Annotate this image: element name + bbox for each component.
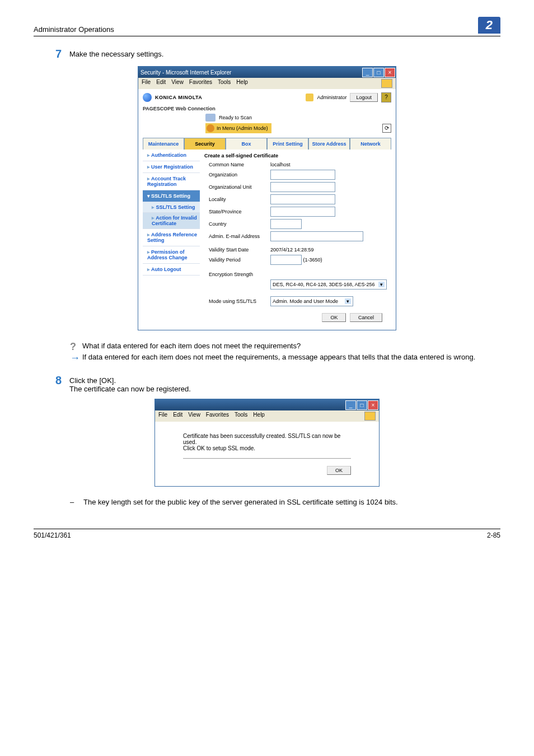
refresh-icon[interactable]: ⟳ bbox=[382, 124, 391, 133]
step-8-text: Click the [OK]. bbox=[69, 376, 500, 385]
confirm-message-1: Certificate has been successfully create… bbox=[183, 433, 351, 445]
minimize-button[interactable]: _ bbox=[362, 68, 373, 77]
menu-view[interactable]: View bbox=[171, 79, 184, 88]
confirm-message-2: Click OK to setup SSL mode. bbox=[183, 445, 351, 451]
menu-help[interactable]: Help bbox=[253, 412, 265, 421]
input-email[interactable] bbox=[270, 231, 363, 241]
window-title: Security - Microsoft Internet Explorer bbox=[140, 69, 231, 76]
screenshot-confirm-window: _ □ × File Edit View Favorites Tools Hel… bbox=[154, 399, 380, 487]
label-validity-period: Validity Period bbox=[204, 257, 270, 263]
label-organization: Organization bbox=[204, 172, 270, 178]
sidebar-item-user-registration[interactable]: ▸User Registration bbox=[143, 161, 200, 173]
menu-tools[interactable]: Tools bbox=[218, 79, 231, 88]
note-text: The key length set for the public key of… bbox=[83, 498, 398, 506]
cancel-button[interactable]: Cancel bbox=[350, 313, 382, 322]
menu-tools[interactable]: Tools bbox=[235, 412, 247, 421]
ready-status: Ready to Scan bbox=[219, 115, 252, 120]
mode-warning-icon bbox=[207, 124, 214, 132]
input-organization[interactable] bbox=[270, 170, 335, 180]
km-logo-icon bbox=[143, 93, 152, 102]
breadcrumb: Administrator Operations bbox=[34, 25, 114, 34]
section-number-badge: 2 bbox=[478, 17, 500, 34]
mode-text: In Menu (Admin Mode) bbox=[217, 125, 268, 131]
select-mode-ssl[interactable]: Admin. Mode and User Mode▾ bbox=[270, 296, 353, 306]
menu-file[interactable]: File bbox=[158, 412, 167, 421]
select-encryption-strength[interactable]: DES, RC4-40, RC4-128, 3DES-168, AES-256▾ bbox=[270, 279, 387, 290]
step-8-subtext: The certificate can now be registered. bbox=[69, 385, 500, 393]
sidebar-item-ssl-tls-setting[interactable]: ▾SSL/TLS Setting bbox=[143, 190, 200, 202]
maximize-button[interactable]: □ bbox=[373, 68, 384, 77]
input-locality[interactable] bbox=[270, 194, 335, 204]
sidebar-item-auto-logout[interactable]: ▸Auto Logout bbox=[143, 264, 200, 276]
label-validity-start: Validity Start Date bbox=[204, 247, 270, 253]
tab-network[interactable]: Network bbox=[350, 138, 391, 150]
minimize-button[interactable]: _ bbox=[345, 400, 356, 410]
administrator-label: Administrator bbox=[317, 95, 346, 100]
tab-box[interactable]: Box bbox=[226, 138, 267, 150]
menu-favorites[interactable]: Favorites bbox=[189, 79, 212, 88]
printer-icon bbox=[205, 114, 216, 122]
ie-flag-icon bbox=[381, 79, 392, 88]
sidebar-item-address-reference-setting[interactable]: ▸Address Reference Setting bbox=[143, 229, 200, 246]
tab-maintenance[interactable]: Maintenance bbox=[143, 138, 184, 150]
chevron-down-icon: ▾ bbox=[345, 298, 351, 304]
label-common-name: Common Name bbox=[204, 162, 270, 167]
chevron-down-icon: ▾ bbox=[378, 282, 385, 287]
footer-left: 501/421/361 bbox=[34, 531, 71, 539]
close-button[interactable]: × bbox=[368, 400, 378, 410]
label-organizational-unit: Organizational Unit bbox=[204, 184, 270, 190]
input-organizational-unit[interactable] bbox=[270, 182, 335, 192]
label-email: Admin. E-mail Address bbox=[204, 234, 270, 239]
tab-security[interactable]: Security bbox=[184, 138, 226, 150]
km-brand-text: KONICA MINOLTA bbox=[155, 95, 202, 100]
help-button[interactable]: ? bbox=[381, 92, 391, 102]
tab-print-setting[interactable]: Print Setting bbox=[267, 138, 308, 150]
question-icon: ? bbox=[70, 342, 82, 352]
sidebar-sub-action-invalid-cert[interactable]: ▸ Action for Invalid Certificate bbox=[143, 213, 200, 229]
answer-arrow-icon: → bbox=[70, 353, 82, 363]
sidebar-item-account-track-registration[interactable]: ▸Account Track Registration bbox=[143, 173, 200, 190]
menu-file[interactable]: File bbox=[142, 79, 151, 88]
product-name: PAGESCOPE Web Connection bbox=[138, 106, 396, 111]
label-encryption-strength: Encryption Strength bbox=[204, 272, 270, 277]
ie-flag-icon bbox=[364, 412, 376, 421]
label-state-province: State/Province bbox=[204, 209, 270, 214]
menu-favorites[interactable]: Favorites bbox=[206, 412, 229, 421]
ok-button[interactable]: OK bbox=[322, 313, 346, 322]
menu-edit[interactable]: Edit bbox=[156, 79, 166, 88]
form-section-title: Create a self-signed Certificate bbox=[204, 153, 387, 158]
label-country: Country bbox=[204, 221, 270, 227]
question-text: What if data entered for each item does … bbox=[82, 342, 500, 350]
input-validity-period[interactable] bbox=[270, 255, 302, 265]
step-7-number: 7 bbox=[34, 48, 69, 60]
label-locality: Locality bbox=[204, 197, 270, 202]
value-validity-start: 2007/4/12 14:28:59 bbox=[270, 247, 387, 253]
menu-edit[interactable]: Edit bbox=[173, 412, 182, 421]
close-button[interactable]: × bbox=[385, 68, 395, 77]
sidebar-item-permission-address-change[interactable]: ▸Permission of Address Change bbox=[143, 246, 200, 264]
maximize-button[interactable]: □ bbox=[357, 400, 367, 410]
logout-button[interactable]: Logout bbox=[350, 93, 378, 102]
step-8-number: 8 bbox=[34, 374, 69, 393]
note-dash: – bbox=[70, 498, 83, 506]
hint-validity-period: (1-3650) bbox=[303, 257, 322, 263]
value-common-name: localhost bbox=[270, 162, 387, 167]
administrator-icon bbox=[306, 94, 313, 101]
footer-right: 2-85 bbox=[487, 531, 500, 539]
screenshot-security-window: Security - Microsoft Internet Explorer _… bbox=[138, 66, 396, 330]
answer-text: If data entered for each item does not m… bbox=[82, 353, 500, 361]
sidebar-item-authentication[interactable]: ▸Authentication bbox=[143, 150, 200, 161]
input-country[interactable] bbox=[270, 219, 302, 229]
input-state-province[interactable] bbox=[270, 207, 335, 217]
tab-store-address[interactable]: Store Address bbox=[308, 138, 350, 150]
ok-button[interactable]: OK bbox=[327, 466, 351, 475]
step-7-text: Make the necessary settings. bbox=[69, 50, 500, 58]
menu-view[interactable]: View bbox=[188, 412, 200, 421]
menu-help[interactable]: Help bbox=[236, 79, 248, 88]
sidebar-sub-ssl-tls-setting[interactable]: ▸ SSL/TLS Setting bbox=[143, 202, 200, 213]
label-mode-ssl: Mode using SSL/TLS bbox=[204, 298, 270, 304]
